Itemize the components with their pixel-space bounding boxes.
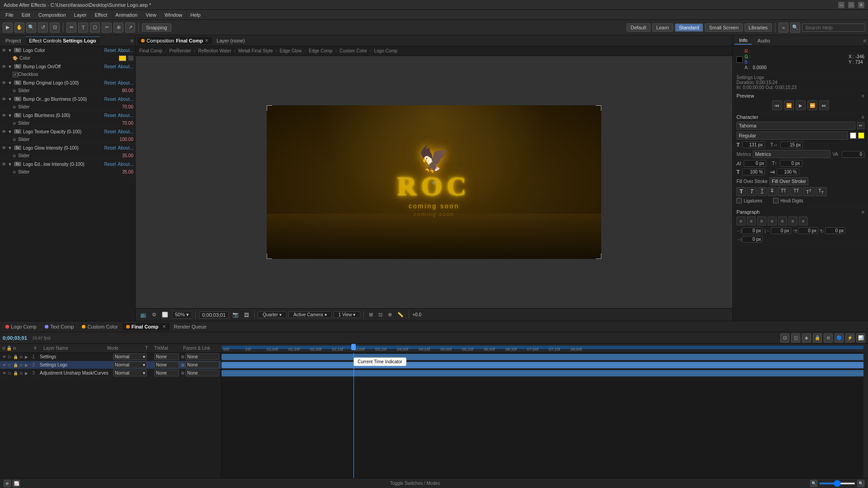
style-small-caps-button[interactable]: TT — [778, 187, 789, 196]
hindi-digits-checkbox[interactable] — [773, 198, 778, 203]
reset-button[interactable]: Reset — [104, 162, 116, 167]
menu-file[interactable]: File — [2, 11, 17, 19]
about-button[interactable]: About... — [118, 48, 133, 53]
hide-shy-icon[interactable]: ⊖ — [824, 333, 833, 343]
solo-icon[interactable]: ⊙ — [7, 354, 12, 360]
search-icon[interactable]: 🔍 — [790, 23, 800, 33]
quality-dropdown[interactable]: Quarter ▾ — [258, 311, 287, 318]
menu-layer[interactable]: Layer — [71, 11, 90, 19]
slider-value[interactable]: 70.00 — [122, 121, 133, 126]
solo-icon[interactable]: ⊙ — [7, 371, 12, 376]
fill-color-box[interactable] — [858, 132, 864, 139]
current-time-display[interactable]: 0;00;03;01 — [3, 335, 27, 341]
workspace-learn[interactable]: Learn — [652, 23, 673, 32]
visibility-icon[interactable]: 👁 — [2, 371, 6, 376]
comp-settings-icon[interactable]: ⚙ — [150, 311, 158, 319]
tab-close-icon[interactable]: ✕ — [162, 324, 166, 329]
nav-crumb-5[interactable]: Edge Comp — [307, 48, 335, 54]
tool-puppet[interactable]: ↗ — [125, 23, 135, 33]
handle-top-left[interactable] — [267, 105, 272, 111]
region-interest-icon[interactable]: ⬜ — [160, 311, 170, 319]
menu-help[interactable]: Help — [187, 11, 204, 19]
search-input[interactable] — [802, 23, 865, 32]
nav-crumb-7[interactable]: Logo Comp — [372, 48, 399, 54]
style-strikethrough-button[interactable]: T — [768, 187, 777, 196]
transparency-grid-icon[interactable]: ⊞ — [367, 311, 375, 319]
tool-rotate[interactable]: ↺ — [38, 23, 48, 33]
tab-project[interactable]: Project — [2, 37, 24, 44]
tab-audio[interactable]: Audio — [753, 37, 774, 44]
style-superscript-button[interactable]: TT — [803, 187, 814, 196]
enable-frame-blending-icon[interactable]: ◫ — [791, 333, 800, 343]
indent-left-input[interactable] — [742, 227, 763, 234]
va-input[interactable] — [842, 151, 864, 158]
timeline-tab-logo-comp[interactable]: Logo Comp — [2, 323, 40, 330]
reset-button[interactable]: Reset — [104, 80, 116, 85]
timeline-tab-custom-color[interactable]: Custom Color — [78, 323, 121, 330]
metrics-dropdown[interactable]: Metrics — [753, 150, 830, 158]
mode-dropdown[interactable]: Normal▾ — [113, 361, 147, 368]
reset-button[interactable]: Reset — [104, 48, 116, 53]
shy-icon[interactable]: ⊖ — [19, 362, 24, 368]
style-italic-button[interactable]: T — [747, 187, 756, 196]
ligatures-checkbox[interactable] — [736, 198, 742, 203]
nav-crumb-2[interactable]: Reflection Water — [196, 48, 233, 54]
tab-layer[interactable]: Layer (none) — [213, 37, 248, 44]
preview-play[interactable]: ▶ — [796, 100, 806, 110]
slider-value[interactable]: 70.00 — [122, 104, 133, 109]
lock-icon[interactable]: 🔒 — [813, 333, 822, 343]
visibility-icon[interactable]: 👁 — [2, 97, 6, 102]
always-preview-icon[interactable]: 📺 — [138, 311, 148, 319]
about-button[interactable]: About... — [118, 129, 133, 134]
lock-icon[interactable]: 🔒 — [13, 362, 18, 368]
nav-crumb-3[interactable]: Metall Final Style — [236, 48, 274, 54]
expand-icon[interactable]: ▶ — [24, 371, 29, 376]
expand-icon[interactable]: ▶ — [24, 362, 29, 368]
style-bold-button[interactable]: T — [736, 187, 746, 196]
color-swatch[interactable] — [119, 56, 126, 61]
expand-all-icon[interactable]: ⊕ — [4, 480, 11, 487]
view-dropdown[interactable]: 1 View ▾ — [334, 311, 361, 318]
expand-icon[interactable]: ▼ — [8, 145, 12, 150]
align-justify-last-center-button[interactable]: ≡ — [788, 216, 797, 225]
preview-next-frame[interactable]: ⏩ — [807, 100, 817, 110]
composition-view[interactable]: 🦅 ROC coming soon coming soon ✛ — [136, 56, 732, 308]
toggle-switches-label[interactable]: Toggle Switches / Modes — [390, 481, 440, 486]
guides-icon[interactable]: ⊕ — [386, 311, 394, 319]
tab-effect-controls[interactable]: Effect Controls Settings Logo — [25, 37, 99, 44]
space-before-input[interactable] — [798, 227, 818, 234]
lock-icon[interactable]: 🔒 — [13, 371, 18, 376]
solo-icon[interactable]: ⊙ — [7, 362, 12, 368]
nav-crumb-0[interactable]: Final Comp — [137, 48, 164, 54]
leading-input[interactable] — [744, 160, 766, 167]
nav-crumb-4[interactable]: Edge Glow — [278, 48, 304, 54]
shy-icon[interactable]: ⊖ — [19, 354, 24, 360]
slider-value[interactable]: 35.00 — [122, 153, 133, 158]
workspace-libraries[interactable]: Libraries — [745, 23, 772, 32]
menu-window[interactable]: Window — [161, 11, 186, 19]
zoom-in-icon[interactable]: 🔍 — [857, 480, 864, 487]
baseline-input[interactable] — [780, 160, 802, 167]
fill-dropdown[interactable]: Fill Over Stroke — [769, 177, 808, 185]
shy-icon[interactable]: ⊖ — [19, 371, 24, 376]
mode-dropdown[interactable]: Normal▾ — [113, 353, 147, 360]
slider-value[interactable]: 35.00 — [122, 169, 133, 174]
expand-icon[interactable]: ▼ — [8, 129, 12, 134]
align-justify-last-right-button[interactable]: ≡ — [799, 216, 808, 225]
workspace-standard[interactable]: Standard — [675, 23, 703, 32]
solo-switches-icon[interactable]: ◈ — [802, 333, 811, 343]
parent-dropdown[interactable]: None — [185, 353, 219, 360]
layer-row[interactable]: 👁 ⊙ 🔒 ⊖ ▶ 2 Settings Logo Normal▾ None ⊛… — [0, 361, 221, 369]
reset-button[interactable]: Reset — [104, 64, 116, 69]
visibility-icon[interactable]: 👁 — [2, 162, 6, 167]
timeline-tab-render-queue[interactable]: Render Queue — [170, 323, 210, 330]
menu-composition[interactable]: Composition — [35, 11, 70, 19]
layer-row[interactable]: 👁 ⊙ 🔒 ⊖ ▶ 3 Adjustment Unsharp Mask/Curv… — [0, 369, 221, 377]
snapping-toggle[interactable]: Snapping — [142, 23, 171, 32]
timeline-tab-text-comp[interactable]: Text Comp — [41, 323, 78, 330]
visibility-icon[interactable]: 👁 — [2, 145, 6, 150]
visibility-icon[interactable]: 👁 — [2, 80, 6, 85]
about-button[interactable]: About... — [118, 113, 133, 118]
layer-row[interactable]: 👁 ⊙ 🔒 ⊖ ▶ 1 Settings Normal▾ None ⊛ None — [0, 353, 221, 361]
pick-whip-icon[interactable]: ⊛ — [181, 362, 184, 367]
